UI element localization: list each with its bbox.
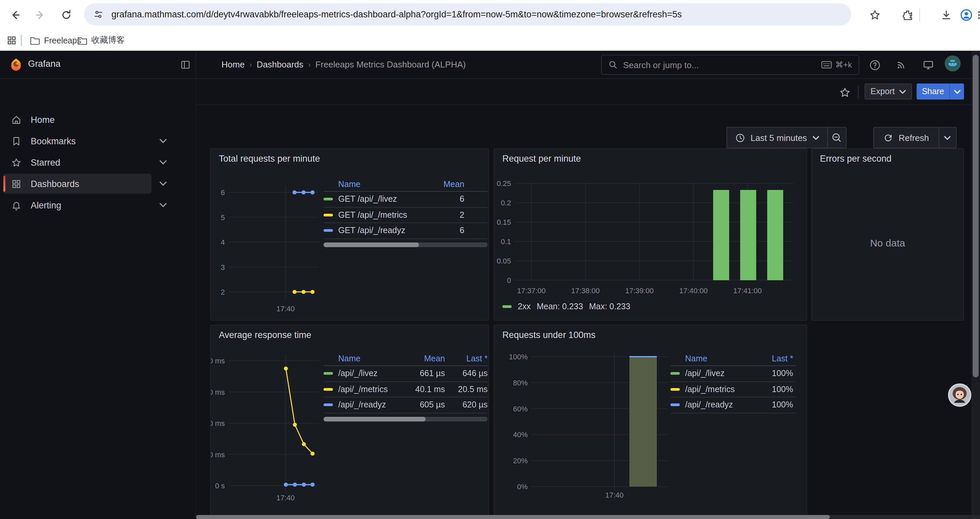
back-icon[interactable] (7, 7, 22, 22)
svg-text:4: 4 (221, 238, 225, 246)
dashboard-actions-row: Export Share (196, 79, 980, 105)
page-scrollbar-thumb[interactable] (973, 55, 978, 377)
svg-text:40 ms: 40 ms (211, 419, 225, 428)
forward-icon[interactable] (33, 7, 48, 22)
downloads-icon[interactable] (939, 7, 953, 22)
sidebar-button-home[interactable]: Home (3, 110, 151, 129)
refresh-button[interactable]: Refresh (874, 128, 938, 148)
series-name: /api/_/metrics (338, 385, 388, 394)
expand-chevron-icon[interactable] (158, 136, 168, 146)
kiosk-monitor-icon[interactable] (920, 57, 936, 73)
sidebar-button-dashboards[interactable]: Dashboards (3, 174, 151, 194)
bookmark-label: Freeleaps (44, 36, 81, 45)
favorite-star-icon[interactable] (837, 84, 853, 100)
zoom-out-button[interactable] (827, 128, 846, 148)
legend-row[interactable]: /api/_/metrics40.1 ms20.5 ms (323, 382, 488, 398)
news-rss-icon[interactable] (893, 57, 909, 73)
menu-kebab-icon[interactable] (971, 7, 980, 22)
extensions-icon[interactable] (900, 7, 915, 22)
series-mean-value: 661 µs (410, 369, 445, 378)
series-mean-value: 6 (424, 226, 464, 235)
sidebar-item-home: Home (0, 110, 196, 129)
search-input[interactable]: Search or jump to... ⌘+k (601, 55, 859, 75)
series-name: /api/_/readyz (685, 401, 733, 410)
share-button[interactable]: Share (916, 83, 949, 99)
svg-text:100%: 100% (509, 353, 528, 361)
bookmark-star-icon[interactable] (867, 7, 882, 22)
expand-chevron-icon[interactable] (158, 157, 168, 168)
svg-text:80%: 80% (513, 379, 528, 387)
expand-chevron-icon[interactable] (158, 200, 168, 211)
legend-header-last[interactable]: Last * (445, 354, 488, 363)
legend-row[interactable]: /api/_/readyz100% (670, 398, 796, 413)
legend-hscrollbar-thumb[interactable] (323, 242, 418, 247)
sidebar-button-alerting[interactable]: Alerting (3, 195, 151, 215)
legend-header-last[interactable]: Last * (765, 354, 793, 363)
share-menu-button[interactable] (949, 83, 964, 99)
grafana-logo[interactable] (10, 58, 23, 74)
svg-text:60 ms: 60 ms (211, 388, 225, 396)
panel-request-per-minute: Request per minute 0.250.20.150.10.05017… (494, 148, 807, 321)
expand-chevron-icon[interactable] (158, 178, 168, 189)
legend-hscrollbar-track[interactable] (323, 417, 488, 421)
url-bar[interactable]: grafana.mathmast.com/d/deytv4rwavabkb/fr… (84, 3, 851, 26)
svg-text:17:40:00: 17:40:00 (679, 287, 708, 295)
clock-icon (735, 133, 745, 143)
time-range-picker[interactable]: Last 5 minutes (727, 128, 827, 148)
panel-title[interactable]: Errors per second (820, 153, 892, 164)
legend-row[interactable]: /api/_/readyz605 µs620 µs (323, 398, 488, 413)
help-icon[interactable] (867, 57, 883, 73)
export-button[interactable]: Export (865, 83, 912, 99)
legend-row[interactable]: GET /api/_/livez6 (323, 192, 488, 208)
bookmark-folder-freeleaps[interactable]: Freeleaps (30, 34, 81, 48)
series-name: /api/_/metrics (685, 385, 735, 394)
legend-row[interactable]: /api/_/livez100% (670, 366, 796, 382)
actions-divider (858, 86, 859, 99)
legend-header-mean[interactable]: Mean (424, 179, 464, 189)
brand-name: Grafana (28, 59, 61, 69)
sidebar-button-starred[interactable]: Starred (3, 152, 151, 172)
sidebar-item-alerting: Alerting (0, 195, 196, 215)
sidebar-button-bookmarks[interactable]: Bookmarks (3, 131, 151, 151)
series-mean-value: 605 µs (410, 401, 445, 410)
series-color-pill (323, 404, 333, 406)
svg-text:0.1: 0.1 (501, 238, 511, 246)
legend-header-name[interactable]: Name (323, 354, 410, 363)
legend-hscrollbar-thumb[interactable] (323, 417, 425, 421)
breadcrumb-home[interactable]: Home (221, 59, 245, 69)
apps-grid-icon[interactable] (4, 33, 19, 48)
legend-row[interactable]: /api/_/metrics100% (670, 382, 796, 398)
home-icon (11, 115, 21, 125)
chart-legend[interactable]: 2xx Mean: 0.233 Max: 0.233 (502, 302, 630, 311)
time-picker-group: Last 5 minutes (727, 127, 846, 148)
series-name: GET /api/_/metrics (338, 211, 407, 220)
svg-text:20%: 20% (513, 457, 528, 465)
user-avatar[interactable] (945, 56, 961, 72)
legend-header-name[interactable]: Name (323, 179, 424, 189)
svg-text:17:40: 17:40 (605, 491, 624, 499)
series-color-pill (323, 230, 333, 232)
svg-text:17:40: 17:40 (276, 305, 294, 313)
assistant-avatar[interactable] (948, 383, 971, 407)
bookmark-folder-blogs[interactable]: 收藏博客 (77, 34, 125, 48)
legend-hscrollbar-track[interactable] (323, 242, 488, 247)
page-scrollbar-track[interactable] (971, 51, 980, 519)
series-color-pill (670, 372, 680, 375)
legend-header-name[interactable]: Name (670, 354, 765, 363)
site-settings-icon[interactable] (94, 10, 103, 19)
series-mean: Mean: 0.233 (537, 302, 583, 311)
breadcrumb-dashboards[interactable]: Dashboards (256, 59, 303, 69)
legend-header-mean[interactable]: Mean (410, 354, 445, 363)
horizontal-scrollbar-thumb[interactable] (196, 515, 830, 519)
refresh-interval-button[interactable] (938, 128, 956, 148)
horizontal-scrollbar-track[interactable] (196, 515, 980, 519)
legend-row[interactable]: /api/_/livez661 µs646 µs (323, 366, 488, 382)
svg-text:0%: 0% (517, 482, 528, 491)
dock-menu-icon[interactable] (180, 59, 191, 73)
svg-text:17:37:00: 17:37:00 (517, 287, 546, 295)
reload-icon[interactable] (59, 7, 73, 22)
series-color-pill (670, 388, 680, 391)
legend-row[interactable]: GET /api/_/metrics2 (323, 208, 488, 223)
legend-row[interactable]: GET /api/_/readyz6 (323, 223, 488, 239)
grafana-app: Grafana Home › Dashboards › Freeleaps Me… (0, 51, 980, 519)
